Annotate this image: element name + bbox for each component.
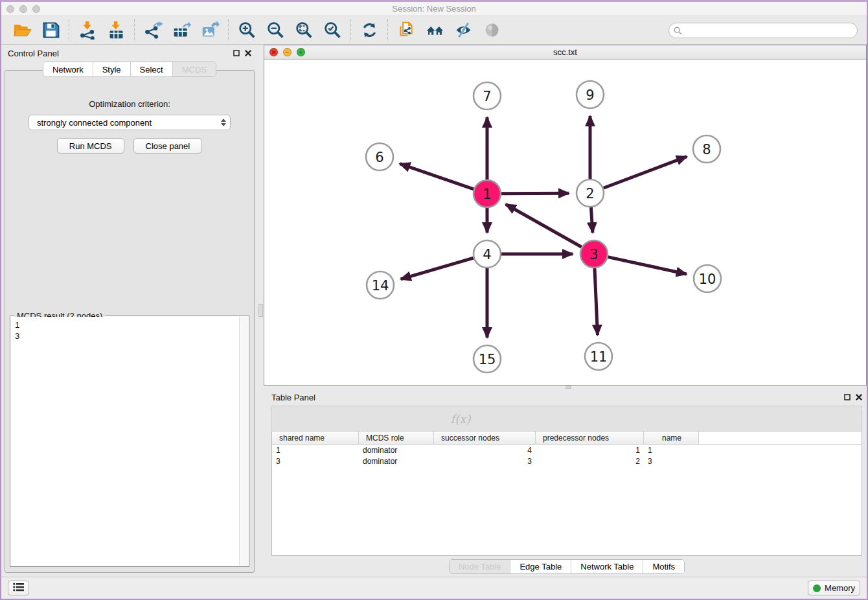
- tab-node-table[interactable]: Node Table: [450, 560, 511, 573]
- zoom-in-icon: [238, 21, 257, 40]
- network-minimize-icon[interactable]: −: [283, 48, 291, 56]
- save-session-icon: [41, 21, 60, 40]
- edge-3-10[interactable]: [608, 257, 686, 274]
- column-chooser-button[interactable]: [302, 408, 324, 429]
- function-builder-button[interactable]: f(x): [450, 408, 472, 429]
- zoom-in-button[interactable]: [233, 19, 261, 42]
- memory-button-label: Memory: [825, 583, 855, 593]
- close-panel-button[interactable]: Close panel: [133, 138, 203, 154]
- application-window: Session: New Session Control Panel: [0, 0, 868, 600]
- graph-node-7[interactable]: 7: [474, 82, 501, 110]
- cell-predecessor-nodes[interactable]: 2: [536, 457, 644, 466]
- graph-node-3[interactable]: 3: [580, 240, 608, 268]
- graph-node-2[interactable]: 2: [577, 179, 604, 207]
- export-image-icon: [201, 21, 220, 40]
- add-column-button[interactable]: [376, 408, 398, 429]
- export-network-button[interactable]: [139, 19, 167, 42]
- column-header-shared-name[interactable]: shared name: [272, 432, 359, 444]
- graph-node-11[interactable]: 11: [585, 343, 612, 370]
- table-panel: Table Panel f(x) shared nameMCDS rolesuc…: [264, 389, 867, 577]
- float-table-panel-icon[interactable]: [844, 394, 851, 400]
- edge-3-1[interactable]: [506, 204, 582, 247]
- graph-node-1[interactable]: 1: [474, 180, 501, 207]
- control-panel-header: Control Panel: [1, 45, 258, 62]
- tab-select[interactable]: Select: [131, 62, 173, 76]
- graph-node-4[interactable]: 4: [474, 240, 501, 268]
- show-graphics-details-button[interactable]: [449, 19, 477, 42]
- export-table-button[interactable]: [167, 19, 196, 42]
- svg-text:2: 2: [586, 186, 594, 202]
- cell-name[interactable]: 3: [644, 457, 699, 466]
- toolbar-separator: [134, 19, 135, 41]
- result-scrollbar[interactable]: [239, 317, 248, 566]
- network-canvas[interactable]: 7968124314101511: [264, 60, 866, 385]
- edge-3-11[interactable]: [595, 268, 598, 335]
- graph-node-9[interactable]: 9: [577, 81, 604, 108]
- tab-network[interactable]: Network: [43, 62, 93, 76]
- import-table-button[interactable]: [102, 19, 130, 42]
- tab-network-table[interactable]: Network Table: [571, 560, 643, 573]
- import-network-button[interactable]: [73, 19, 102, 42]
- cell-shared-name[interactable]: 1: [272, 446, 359, 455]
- vertical-splitter-handle[interactable]: [258, 304, 263, 317]
- cell-MCDS-role[interactable]: dominator: [359, 457, 434, 466]
- deselect-all-columns-button[interactable]: [351, 408, 373, 429]
- horizontal-splitter-handle[interactable]: [565, 386, 571, 389]
- network-maximize-icon[interactable]: +: [297, 48, 305, 56]
- task-history-button[interactable]: [8, 581, 29, 595]
- refresh-view-button[interactable]: [355, 19, 383, 42]
- cell-MCDS-role[interactable]: dominator: [359, 446, 434, 455]
- search-input[interactable]: [668, 23, 858, 38]
- tab-style[interactable]: Style: [93, 62, 131, 76]
- delete-table-button[interactable]: [425, 408, 447, 429]
- edge-4-14[interactable]: [401, 258, 474, 279]
- graph-node-6[interactable]: 6: [366, 143, 393, 170]
- zoom-selected-button[interactable]: [318, 19, 347, 42]
- cell-predecessor-nodes[interactable]: 1: [536, 446, 644, 455]
- graph-node-14[interactable]: 14: [367, 271, 394, 299]
- export-image-button[interactable]: [196, 19, 224, 42]
- network-graph[interactable]: 7968124314101511: [264, 60, 868, 384]
- edge-2-3[interactable]: [591, 207, 592, 233]
- hide-graphics-details-button[interactable]: [477, 19, 506, 42]
- save-session-button[interactable]: [36, 19, 65, 42]
- memory-button[interactable]: Memory: [808, 581, 860, 595]
- column-header-predecessor-nodes[interactable]: predecessor nodes: [536, 432, 644, 444]
- tab-edge-table[interactable]: Edge Table: [510, 560, 571, 573]
- cell-shared-name[interactable]: 3: [272, 457, 359, 466]
- edge-1-2[interactable]: [501, 193, 569, 194]
- vertical-splitter[interactable]: [258, 45, 264, 577]
- network-close-icon[interactable]: ✕: [269, 48, 278, 56]
- column-header-successor-nodes[interactable]: successor nodes: [434, 432, 536, 444]
- cell-successor-nodes[interactable]: 3: [434, 457, 536, 466]
- close-table-panel-icon[interactable]: [856, 394, 862, 400]
- select-all-columns-button[interactable]: [326, 408, 348, 429]
- new-network-from-selection-button[interactable]: [392, 19, 420, 42]
- graph-node-8[interactable]: 8: [693, 135, 720, 163]
- edge-1-6[interactable]: [400, 164, 474, 189]
- cell-successor-nodes[interactable]: 4: [434, 446, 536, 455]
- first-neighbors-button[interactable]: [420, 19, 449, 42]
- column-header-label: successor nodes: [441, 433, 499, 443]
- table-settings-button[interactable]: [277, 408, 299, 429]
- delete-column-button[interactable]: [400, 408, 422, 429]
- zoom-fit-button[interactable]: [290, 19, 318, 42]
- float-panel-icon[interactable]: [233, 50, 240, 56]
- column-header-MCDS-role[interactable]: MCDS role: [359, 432, 434, 444]
- tab-motifs[interactable]: Motifs: [643, 560, 684, 573]
- table-row[interactable]: 3dominator323: [272, 456, 862, 467]
- open-session-button[interactable]: [8, 19, 36, 42]
- graph-node-10[interactable]: 10: [694, 265, 721, 292]
- tab-mcds[interactable]: MCDS: [173, 62, 216, 76]
- criterion-dropdown[interactable]: strongly connected component: [29, 115, 231, 130]
- column-header-name[interactable]: name: [644, 432, 699, 444]
- close-panel-icon[interactable]: [245, 50, 251, 56]
- table-row[interactable]: 1dominator411: [272, 444, 862, 456]
- horizontal-splitter[interactable]: [264, 386, 867, 389]
- cell-name[interactable]: 1: [644, 446, 699, 455]
- run-mcds-button[interactable]: Run MCDS: [57, 138, 124, 154]
- graph-node-15[interactable]: 15: [474, 345, 501, 373]
- column-header-label: shared name: [279, 433, 325, 443]
- zoom-out-button[interactable]: [261, 19, 290, 42]
- edge-2-8[interactable]: [604, 157, 687, 189]
